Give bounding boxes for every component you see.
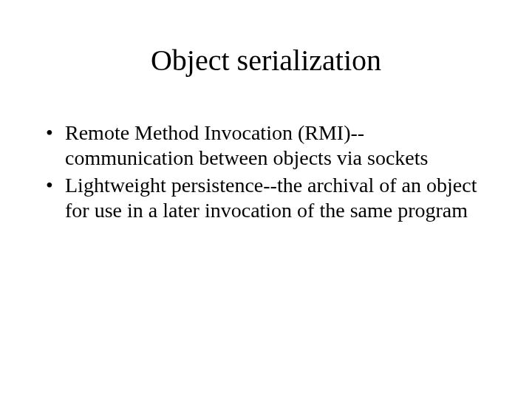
bullet-list: Remote Method Invocation (RMI)--communic… — [43, 120, 489, 222]
list-item: Remote Method Invocation (RMI)--communic… — [43, 120, 489, 170]
slide-body: Remote Method Invocation (RMI)--communic… — [0, 120, 532, 222]
slide: Object serialization Remote Method Invoc… — [0, 43, 532, 399]
list-item: Lightweight persistence--the archival of… — [43, 173, 489, 222]
slide-title: Object serialization — [0, 43, 532, 78]
